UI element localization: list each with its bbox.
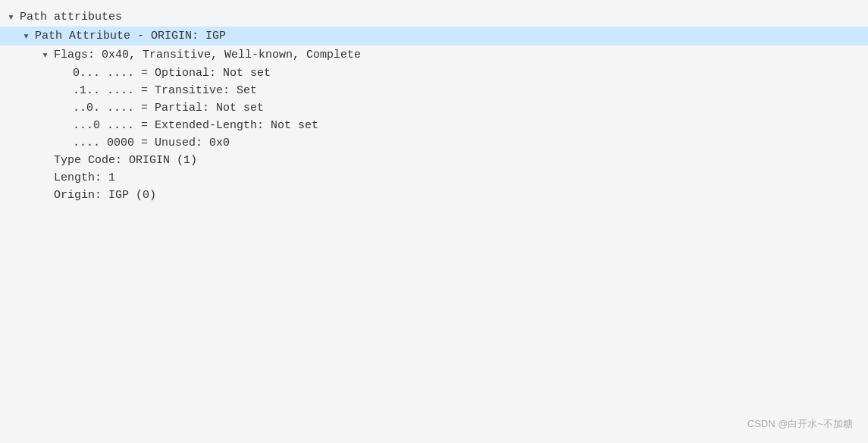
tree-row-flags[interactable]: ▾ Flags: 0x40, Transitive, Well-known, C…	[0, 46, 868, 64]
tree-row-transitive[interactable]: .1.. .... = Transitive: Set	[0, 82, 868, 99]
row-label-flags: Flags: 0x40, Transitive, Well-known, Com…	[54, 49, 361, 61]
row-label-unused: .... 0000 = Unused: 0x0	[73, 137, 230, 149]
chevron-icon-flags[interactable]: ▾	[42, 48, 54, 62]
chevron-icon-path-attribute-origin[interactable]: ▾	[23, 29, 35, 43]
tree-row-origin[interactable]: Origin: IGP (0)	[0, 187, 868, 204]
tree-row-path-attributes[interactable]: ▾ Path attributes	[0, 8, 868, 27]
row-label-partial: ..0. .... = Partial: Not set	[73, 102, 264, 115]
row-label-length: Length: 1	[54, 171, 115, 184]
row-label-extended-length: ...0 .... = Extended-Length: Not set	[73, 119, 318, 132]
tree-row-optional[interactable]: 0... .... = Optional: Not set	[0, 64, 868, 82]
packet-detail-panel: ▾ Path attributes▾ Path Attribute - ORIG…	[0, 0, 868, 443]
tree-row-partial[interactable]: ..0. .... = Partial: Not set	[0, 99, 868, 117]
tree-row-unused[interactable]: .... 0000 = Unused: 0x0	[0, 134, 868, 152]
row-label-origin: Origin: IGP (0)	[54, 189, 156, 202]
row-label-type-code: Type Code: ORIGIN (1)	[54, 154, 197, 167]
tree-row-path-attribute-origin[interactable]: ▾ Path Attribute - ORIGIN: IGP	[0, 27, 868, 46]
watermark: CSDN @白开水~不加糖	[747, 417, 853, 431]
row-label-optional: 0... .... = Optional: Not set	[73, 67, 271, 80]
tree-row-extended-length[interactable]: ...0 .... = Extended-Length: Not set	[0, 117, 868, 134]
tree-row-type-code[interactable]: Type Code: ORIGIN (1)	[0, 152, 868, 169]
chevron-icon-path-attributes[interactable]: ▾	[8, 10, 20, 24]
row-label-transitive: .1.. .... = Transitive: Set	[73, 84, 257, 97]
row-label-path-attribute-origin: Path Attribute - ORIGIN: IGP	[35, 30, 226, 42]
row-label-path-attributes: Path attributes	[20, 11, 122, 24]
tree-row-length[interactable]: Length: 1	[0, 169, 868, 187]
